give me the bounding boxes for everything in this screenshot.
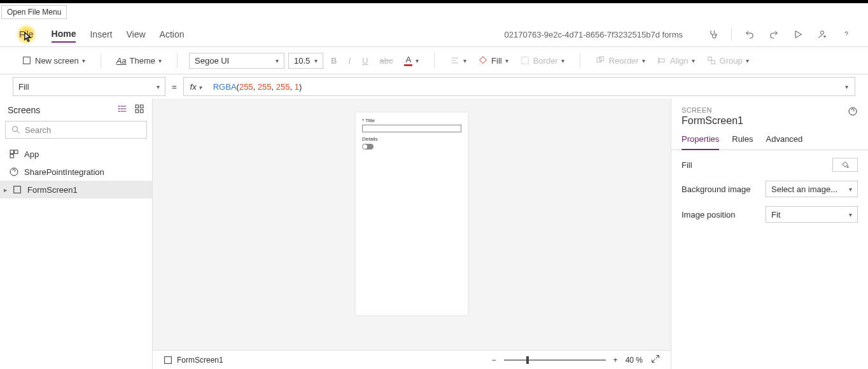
- back-row: arePoint: [0, 3, 868, 22]
- font-size-select[interactable]: 10.5▾: [288, 53, 323, 69]
- breadcrumb[interactable]: FormScreen1: [177, 356, 223, 365]
- strike-button[interactable]: abc: [375, 53, 396, 68]
- tree-item-app[interactable]: App: [0, 145, 152, 163]
- menu-home[interactable]: Home: [52, 29, 76, 43]
- tree-item-sharepoint[interactable]: SharePointIntegration: [0, 163, 152, 181]
- zoom-value: 40: [626, 356, 634, 365]
- group-icon: [706, 55, 717, 66]
- paint-bucket-icon: [841, 160, 850, 169]
- svg-point-17: [118, 108, 119, 109]
- svg-rect-12: [711, 60, 715, 64]
- new-screen-icon: [22, 55, 32, 66]
- document-name: 02170763-9e2c-4d71-8656-7f3232515b7d for…: [505, 30, 683, 39]
- svg-rect-29: [14, 186, 21, 193]
- tooltip-open-file: Open File Menu: [1, 5, 67, 19]
- svg-point-18: [118, 111, 119, 111]
- zoom-slider[interactable]: [504, 359, 606, 361]
- italic-button[interactable]: I: [344, 53, 354, 68]
- formula-input[interactable]: fx▾ RGBA(255, 255, 255, 1) ▾: [183, 77, 855, 96]
- theme-button[interactable]: Aa Theme ▾: [113, 53, 165, 68]
- svg-rect-20: [140, 105, 143, 108]
- align-icon: [657, 55, 667, 66]
- element-name: FormScreen1: [682, 115, 743, 127]
- svg-line-24: [17, 131, 19, 133]
- element-type-label: SCREEN: [682, 106, 743, 114]
- underline-button[interactable]: U: [358, 53, 372, 68]
- formula-bar: Fill▾ = fx▾ RGBA(255, 255, 255, 1) ▾: [0, 74, 868, 99]
- redo-icon[interactable]: [767, 28, 780, 41]
- screens-panel-title: Screens: [8, 105, 40, 115]
- svg-rect-30: [165, 356, 172, 363]
- field-details-toggle[interactable]: [362, 144, 374, 150]
- properties-panel: SCREEN FormScreen1 Properties Rules Adva…: [671, 99, 868, 369]
- align-text-button[interactable]: ▾: [446, 53, 470, 68]
- svg-rect-27: [10, 155, 13, 158]
- separator: [731, 28, 732, 41]
- search-input[interactable]: Search: [5, 121, 147, 139]
- help-icon[interactable]: [848, 106, 858, 118]
- svg-rect-19: [136, 105, 139, 108]
- menu-action[interactable]: Action: [160, 29, 185, 39]
- tree-item-formscreen1[interactable]: ▸ FormScreen1: [0, 181, 152, 198]
- menu-file[interactable]: File: [15, 24, 38, 45]
- svg-rect-2: [24, 57, 31, 64]
- tab-properties[interactable]: Properties: [682, 134, 719, 150]
- svg-rect-8: [599, 57, 604, 61]
- tab-advanced[interactable]: Advanced: [766, 134, 803, 150]
- fill-color-picker[interactable]: [832, 158, 858, 172]
- menu-bar: File Home Insert View Action 02170763-9e…: [0, 22, 868, 46]
- font-select[interactable]: Segoe UI▾: [189, 53, 284, 69]
- bgimage-select[interactable]: Select an image...▾: [766, 181, 858, 197]
- group-button[interactable]: Group▾: [703, 53, 753, 68]
- tab-rules[interactable]: Rules: [732, 134, 753, 150]
- canvas[interactable]: *Title Details FormScreen1 − + 40 %: [153, 99, 671, 369]
- status-bar: FormScreen1 − + 40 %: [153, 350, 671, 369]
- svg-rect-26: [15, 150, 18, 153]
- font-color-button[interactable]: A▾: [400, 52, 423, 69]
- svg-rect-10: [659, 59, 664, 62]
- fullscreen-icon[interactable]: [650, 354, 661, 366]
- play-icon[interactable]: [792, 28, 804, 41]
- reorder-button[interactable]: Reorder▾: [592, 53, 649, 68]
- list-view-icon[interactable]: [118, 104, 128, 116]
- help-icon[interactable]: [840, 28, 853, 41]
- chevron-down-icon: ▾: [82, 57, 85, 64]
- zoom-out-button[interactable]: −: [492, 356, 496, 365]
- svg-rect-25: [10, 150, 13, 153]
- border-button[interactable]: Border▾: [516, 53, 568, 68]
- undo-icon[interactable]: [743, 28, 756, 41]
- svg-rect-6: [521, 57, 528, 64]
- imgpos-select[interactable]: Fit▾: [766, 206, 858, 223]
- fill-button[interactable]: Fill▾: [474, 53, 512, 68]
- field-title-label: Title: [365, 118, 375, 123]
- menu-insert[interactable]: Insert: [90, 29, 112, 39]
- prop-fill-label: Fill: [682, 160, 692, 170]
- prop-imgpos-label: Image position: [682, 210, 736, 219]
- menu-view[interactable]: View: [126, 29, 145, 39]
- share-icon[interactable]: [816, 28, 829, 41]
- svg-rect-21: [136, 109, 139, 113]
- app-icon: [9, 149, 19, 159]
- prop-bgimage-label: Background image: [682, 184, 750, 194]
- svg-point-16: [118, 106, 119, 106]
- svg-rect-22: [140, 109, 143, 113]
- stethoscope-icon[interactable]: [707, 28, 720, 41]
- svg-rect-7: [597, 58, 601, 62]
- property-select[interactable]: Fill▾: [13, 77, 165, 96]
- bold-button[interactable]: B: [327, 53, 340, 68]
- svg-point-0: [715, 34, 717, 36]
- field-title-input[interactable]: [362, 125, 461, 132]
- zoom-in-button[interactable]: +: [613, 356, 618, 365]
- screen-icon: [12, 184, 22, 195]
- screen-icon: [163, 355, 173, 365]
- expand-formula-icon[interactable]: ▾: [845, 83, 848, 90]
- equals-label: =: [172, 82, 177, 92]
- align-button[interactable]: Align▾: [653, 53, 699, 68]
- new-screen-button[interactable]: New screen ▾: [18, 53, 89, 68]
- form-preview[interactable]: *Title Details: [356, 113, 468, 315]
- grid-view-icon[interactable]: [134, 104, 144, 116]
- reorder-icon: [596, 55, 606, 66]
- chevron-right-icon[interactable]: ▸: [4, 186, 7, 193]
- svg-rect-11: [708, 57, 711, 60]
- svg-point-1: [820, 31, 823, 34]
